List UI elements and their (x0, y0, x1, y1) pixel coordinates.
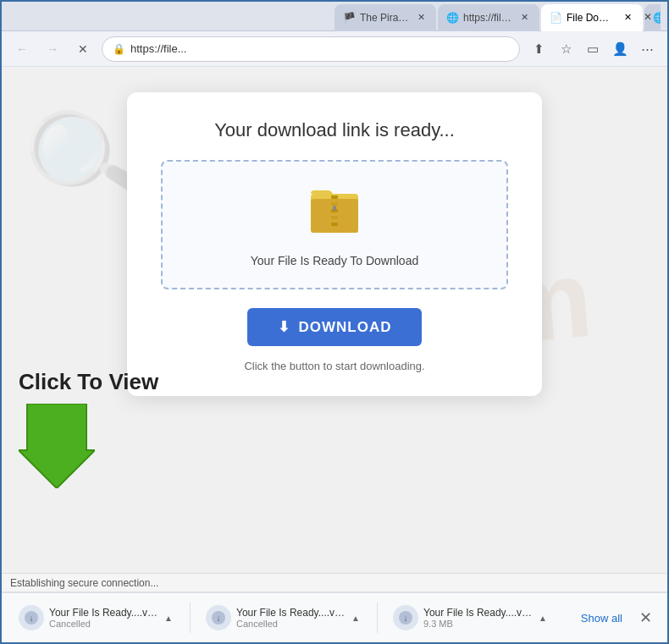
share-icon[interactable]: ⬆ (527, 37, 550, 61)
dl-status-3: 9.3 MB (423, 619, 532, 629)
download-item-1: ↓ Your File Is Ready....vhd Cancelled ▲ (12, 602, 181, 634)
svg-text:↓: ↓ (404, 614, 408, 623)
svg-rect-2 (331, 195, 338, 199)
address-input[interactable]: 🔒 https://file... (102, 36, 520, 62)
dl-icon-1: ↓ (19, 605, 44, 630)
tab-label-pirate: The Pirate... (360, 12, 409, 24)
tab-icon-filedown: 📄 (550, 12, 561, 24)
tab-close-pirate[interactable]: ✕ (414, 11, 428, 25)
svg-text:↓: ↓ (217, 614, 221, 623)
reload-button[interactable]: ✕ (71, 37, 95, 61)
dl-status-2: Cancelled (236, 619, 345, 629)
back-button[interactable]: ← (10, 37, 34, 61)
forward-button[interactable]: → (41, 37, 64, 61)
close-downloads-button[interactable]: ✕ (634, 607, 657, 629)
card-title: Your download link is ready... (214, 119, 455, 141)
dl-expand-3[interactable]: ▲ (537, 612, 549, 625)
tab-icon-https: 🌐 (446, 12, 458, 24)
file-zip-icon (309, 182, 360, 244)
show-all-button[interactable]: Show all (581, 612, 622, 625)
tab-label-https: https://file... (463, 12, 512, 24)
download-card: Your download link is ready... (127, 92, 542, 396)
toolbar-icons: ⬆ ☆ ▭ 👤 ⋯ (527, 37, 659, 61)
click-hint: Click the button to start downloading. (244, 360, 424, 372)
account-icon[interactable]: 👤 (608, 37, 632, 61)
green-arrow-icon (19, 404, 95, 488)
svg-text:↓: ↓ (30, 614, 34, 623)
dl-icon-3: ↓ (393, 605, 418, 630)
downloads-divider-1 (190, 603, 191, 633)
click-to-view-text: Click To View (19, 369, 158, 395)
dl-icon-2: ↓ (206, 605, 231, 630)
file-box: Your File Is Ready To Download (161, 160, 508, 289)
title-bar: 🏴 The Pirate... ✕ 🌐 https://file... ✕ 📄 … (2, 2, 667, 31)
menu-icon[interactable]: ⋯ (635, 37, 659, 61)
downloads-bar: ↓ Your File Is Ready....vhd Cancelled ▲ … (2, 592, 667, 642)
collections-icon[interactable]: ▭ (581, 37, 605, 61)
download-button-label: DOWNLOAD (299, 319, 392, 336)
dl-name-1: Your File Is Ready....vhd (49, 607, 158, 619)
svg-marker-8 (19, 404, 95, 488)
svg-rect-7 (333, 206, 336, 211)
lock-icon: 🔒 (113, 43, 125, 55)
tab-filedown[interactable]: 📄 File Down... ✕ (541, 4, 643, 31)
dl-info-3: Your File Is Ready....vhd 9.3 MB (423, 607, 532, 629)
address-text: https://file... (130, 42, 509, 55)
dl-info-1: Your File Is Ready....vhd Cancelled (49, 607, 158, 629)
address-bar: ← → ✕ 🔒 https://file... ⬆ ☆ ▭ 👤 ⋯ (2, 31, 667, 67)
svg-rect-3 (331, 202, 338, 206)
dl-info-2: Your File Is Ready....vhd Cancelled (236, 607, 345, 629)
svg-rect-6 (331, 223, 338, 226)
download-item-2: ↓ Your File Is Ready....vhd Cancelled ▲ (199, 602, 368, 634)
tab-icon-pirate: 🏴 (343, 12, 355, 24)
status-bar: Establishing secure connection... (2, 573, 667, 592)
file-label: Your File Is Ready To Download (251, 254, 418, 267)
download-button[interactable]: ⬇ DOWNLOAD (247, 308, 423, 346)
tab-close-https[interactable]: ✕ (517, 11, 531, 25)
tab-pirate[interactable]: 🏴 The Pirate... ✕ (334, 4, 436, 31)
tab-label-filedown: File Down... (567, 12, 616, 24)
dl-name-3: Your File Is Ready....vhd (423, 607, 532, 619)
favorite-icon[interactable]: ☆ (554, 37, 578, 61)
tab-https[interactable]: 🌐 https://file... ✕ (438, 4, 539, 31)
download-item-3: ↓ Your File Is Ready....vhd 9.3 MB ▲ (386, 602, 556, 634)
svg-rect-5 (331, 216, 338, 219)
dl-status-1: Cancelled (49, 619, 158, 629)
dl-expand-2[interactable]: ▲ (350, 612, 362, 625)
status-text: Establishing secure connection... (10, 577, 158, 589)
browser-window: 🏴 The Pirate... ✕ 🌐 https://file... ✕ 📄 … (0, 0, 669, 644)
download-icon: ⬇ (278, 318, 290, 336)
browser-content: 🔍 rsk.com Your download link is ready... (2, 67, 667, 573)
dl-name-2: Your File Is Ready....vhd (236, 607, 345, 619)
downloads-divider-2 (377, 603, 378, 633)
tab-close-filedown[interactable]: ✕ (621, 11, 634, 25)
click-to-view-area: Click To View (19, 369, 158, 488)
dl-expand-1[interactable]: ▲ (163, 612, 174, 625)
